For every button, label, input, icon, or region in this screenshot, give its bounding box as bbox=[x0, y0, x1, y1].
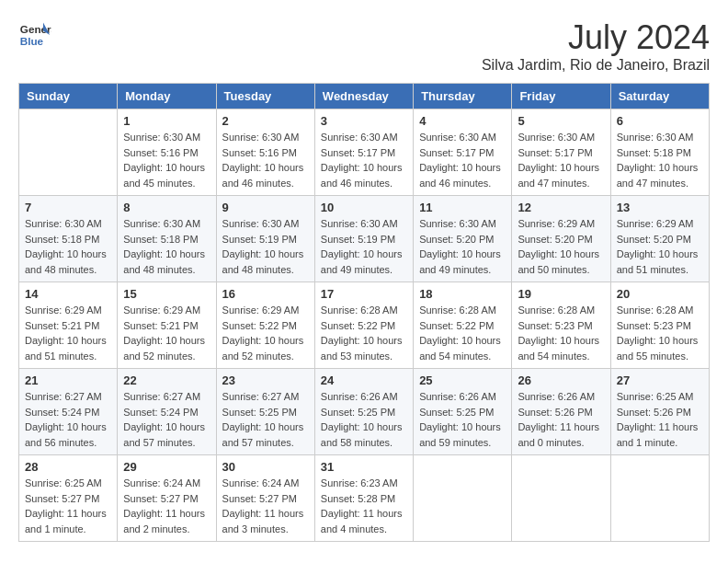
calendar-cell: 21Sunrise: 6:27 AM Sunset: 5:24 PM Dayli… bbox=[19, 369, 118, 455]
calendar-cell: 3Sunrise: 6:30 AM Sunset: 5:17 PM Daylig… bbox=[314, 109, 413, 196]
cell-content: Sunrise: 6:27 AM Sunset: 5:24 PM Dayligh… bbox=[123, 389, 210, 450]
day-number: 2 bbox=[222, 114, 309, 128]
calendar-cell: 4Sunrise: 6:30 AM Sunset: 5:17 PM Daylig… bbox=[414, 109, 512, 196]
page-header: General Blue July 2024 Silva Jardim, Rio… bbox=[18, 18, 710, 74]
cell-content: Sunrise: 6:23 AM Sunset: 5:28 PM Dayligh… bbox=[321, 476, 407, 536]
header-cell-friday: Friday bbox=[512, 84, 610, 109]
cell-content: Sunrise: 6:30 AM Sunset: 5:18 PM Dayligh… bbox=[123, 216, 210, 277]
svg-text:Blue: Blue bbox=[20, 35, 44, 47]
cell-content: Sunrise: 6:26 AM Sunset: 5:25 PM Dayligh… bbox=[321, 389, 407, 450]
day-number: 24 bbox=[321, 373, 407, 387]
calendar-cell: 13Sunrise: 6:29 AM Sunset: 5:20 PM Dayli… bbox=[610, 196, 709, 282]
calendar-cell: 1Sunrise: 6:30 AM Sunset: 5:16 PM Daylig… bbox=[118, 109, 216, 196]
week-row-4: 21Sunrise: 6:27 AM Sunset: 5:24 PM Dayli… bbox=[19, 369, 710, 455]
header-cell-sunday: Sunday bbox=[19, 84, 118, 109]
day-number: 8 bbox=[123, 201, 210, 214]
calendar-cell bbox=[414, 455, 512, 542]
calendar-cell: 29Sunrise: 6:24 AM Sunset: 5:27 PM Dayli… bbox=[118, 455, 216, 542]
calendar-cell: 6Sunrise: 6:30 AM Sunset: 5:18 PM Daylig… bbox=[610, 109, 709, 196]
day-number: 28 bbox=[25, 460, 111, 474]
day-number: 10 bbox=[321, 201, 407, 214]
calendar-cell: 8Sunrise: 6:30 AM Sunset: 5:18 PM Daylig… bbox=[118, 196, 216, 282]
day-number: 23 bbox=[222, 373, 309, 387]
cell-content: Sunrise: 6:30 AM Sunset: 5:17 PM Dayligh… bbox=[419, 130, 506, 190]
cell-content: Sunrise: 6:28 AM Sunset: 5:23 PM Dayligh… bbox=[617, 303, 703, 363]
cell-content: Sunrise: 6:29 AM Sunset: 5:20 PM Dayligh… bbox=[518, 216, 604, 277]
day-number: 29 bbox=[123, 460, 210, 474]
calendar-cell: 20Sunrise: 6:28 AM Sunset: 5:23 PM Dayli… bbox=[610, 282, 709, 369]
cell-content: Sunrise: 6:27 AM Sunset: 5:24 PM Dayligh… bbox=[25, 389, 111, 450]
day-number: 26 bbox=[518, 373, 604, 387]
calendar-cell: 5Sunrise: 6:30 AM Sunset: 5:17 PM Daylig… bbox=[512, 109, 610, 196]
day-number: 15 bbox=[123, 287, 210, 301]
day-number: 18 bbox=[419, 287, 506, 301]
calendar-cell: 18Sunrise: 6:28 AM Sunset: 5:22 PM Dayli… bbox=[414, 282, 512, 369]
day-number: 21 bbox=[25, 373, 111, 387]
month-year-title: July 2024 bbox=[482, 18, 710, 57]
day-number: 27 bbox=[617, 373, 703, 387]
day-number: 6 bbox=[617, 114, 703, 128]
day-number: 4 bbox=[419, 114, 506, 128]
day-number: 11 bbox=[419, 201, 506, 214]
calendar-cell: 27Sunrise: 6:25 AM Sunset: 5:26 PM Dayli… bbox=[610, 369, 709, 455]
calendar-cell: 14Sunrise: 6:29 AM Sunset: 5:21 PM Dayli… bbox=[19, 282, 118, 369]
day-number: 5 bbox=[518, 114, 604, 128]
header-cell-wednesday: Wednesday bbox=[314, 84, 413, 109]
cell-content: Sunrise: 6:26 AM Sunset: 5:26 PM Dayligh… bbox=[518, 389, 604, 450]
calendar-cell bbox=[610, 455, 709, 542]
day-number: 20 bbox=[617, 287, 703, 301]
day-number: 14 bbox=[25, 287, 111, 301]
logo: General Blue bbox=[18, 18, 55, 52]
cell-content: Sunrise: 6:25 AM Sunset: 5:26 PM Dayligh… bbox=[617, 389, 703, 450]
day-number: 7 bbox=[25, 201, 111, 214]
day-number: 30 bbox=[222, 460, 309, 474]
calendar-cell: 10Sunrise: 6:30 AM Sunset: 5:19 PM Dayli… bbox=[314, 196, 413, 282]
cell-content: Sunrise: 6:30 AM Sunset: 5:18 PM Dayligh… bbox=[617, 130, 703, 190]
cell-content: Sunrise: 6:30 AM Sunset: 5:20 PM Dayligh… bbox=[419, 216, 506, 277]
calendar-cell: 25Sunrise: 6:26 AM Sunset: 5:25 PM Dayli… bbox=[414, 369, 512, 455]
day-number: 25 bbox=[419, 373, 506, 387]
calendar-cell bbox=[19, 109, 118, 196]
cell-content: Sunrise: 6:29 AM Sunset: 5:22 PM Dayligh… bbox=[222, 303, 309, 363]
day-number: 31 bbox=[321, 460, 407, 474]
calendar-cell: 2Sunrise: 6:30 AM Sunset: 5:16 PM Daylig… bbox=[216, 109, 314, 196]
cell-content: Sunrise: 6:30 AM Sunset: 5:17 PM Dayligh… bbox=[321, 130, 407, 190]
header-row: SundayMondayTuesdayWednesdayThursdayFrid… bbox=[19, 84, 710, 109]
calendar-cell: 11Sunrise: 6:30 AM Sunset: 5:20 PM Dayli… bbox=[414, 196, 512, 282]
header-cell-thursday: Thursday bbox=[414, 84, 512, 109]
day-number: 1 bbox=[123, 114, 210, 128]
cell-content: Sunrise: 6:25 AM Sunset: 5:27 PM Dayligh… bbox=[25, 476, 111, 536]
title-block: July 2024 Silva Jardim, Rio de Janeiro, … bbox=[482, 18, 710, 74]
calendar-cell: 7Sunrise: 6:30 AM Sunset: 5:18 PM Daylig… bbox=[19, 196, 118, 282]
day-number: 13 bbox=[617, 201, 703, 214]
calendar-cell: 30Sunrise: 6:24 AM Sunset: 5:27 PM Dayli… bbox=[216, 455, 314, 542]
cell-content: Sunrise: 6:29 AM Sunset: 5:21 PM Dayligh… bbox=[123, 303, 210, 363]
cell-content: Sunrise: 6:28 AM Sunset: 5:22 PM Dayligh… bbox=[419, 303, 506, 363]
week-row-2: 7Sunrise: 6:30 AM Sunset: 5:18 PM Daylig… bbox=[19, 196, 710, 282]
cell-content: Sunrise: 6:30 AM Sunset: 5:18 PM Dayligh… bbox=[25, 216, 111, 277]
calendar-cell: 22Sunrise: 6:27 AM Sunset: 5:24 PM Dayli… bbox=[118, 369, 216, 455]
calendar-header: SundayMondayTuesdayWednesdayThursdayFrid… bbox=[19, 84, 710, 109]
location-subtitle: Silva Jardim, Rio de Janeiro, Brazil bbox=[482, 57, 710, 74]
calendar-cell: 31Sunrise: 6:23 AM Sunset: 5:28 PM Dayli… bbox=[314, 455, 413, 542]
calendar-body: 1Sunrise: 6:30 AM Sunset: 5:16 PM Daylig… bbox=[19, 109, 710, 542]
svg-text:General: General bbox=[20, 23, 51, 35]
day-number: 12 bbox=[518, 201, 604, 214]
calendar-cell: 12Sunrise: 6:29 AM Sunset: 5:20 PM Dayli… bbox=[512, 196, 610, 282]
day-number: 9 bbox=[222, 201, 309, 214]
week-row-5: 28Sunrise: 6:25 AM Sunset: 5:27 PM Dayli… bbox=[19, 455, 710, 542]
cell-content: Sunrise: 6:30 AM Sunset: 5:19 PM Dayligh… bbox=[222, 216, 309, 277]
cell-content: Sunrise: 6:24 AM Sunset: 5:27 PM Dayligh… bbox=[123, 476, 210, 536]
calendar-cell bbox=[512, 455, 610, 542]
cell-content: Sunrise: 6:28 AM Sunset: 5:23 PM Dayligh… bbox=[518, 303, 604, 363]
calendar-cell: 23Sunrise: 6:27 AM Sunset: 5:25 PM Dayli… bbox=[216, 369, 314, 455]
cell-content: Sunrise: 6:26 AM Sunset: 5:25 PM Dayligh… bbox=[419, 389, 506, 450]
cell-content: Sunrise: 6:24 AM Sunset: 5:27 PM Dayligh… bbox=[222, 476, 309, 536]
cell-content: Sunrise: 6:29 AM Sunset: 5:20 PM Dayligh… bbox=[617, 216, 703, 277]
calendar-cell: 16Sunrise: 6:29 AM Sunset: 5:22 PM Dayli… bbox=[216, 282, 314, 369]
header-cell-saturday: Saturday bbox=[610, 84, 709, 109]
cell-content: Sunrise: 6:30 AM Sunset: 5:16 PM Dayligh… bbox=[222, 130, 309, 190]
header-cell-tuesday: Tuesday bbox=[216, 84, 314, 109]
cell-content: Sunrise: 6:28 AM Sunset: 5:22 PM Dayligh… bbox=[321, 303, 407, 363]
calendar-cell: 26Sunrise: 6:26 AM Sunset: 5:26 PM Dayli… bbox=[512, 369, 610, 455]
